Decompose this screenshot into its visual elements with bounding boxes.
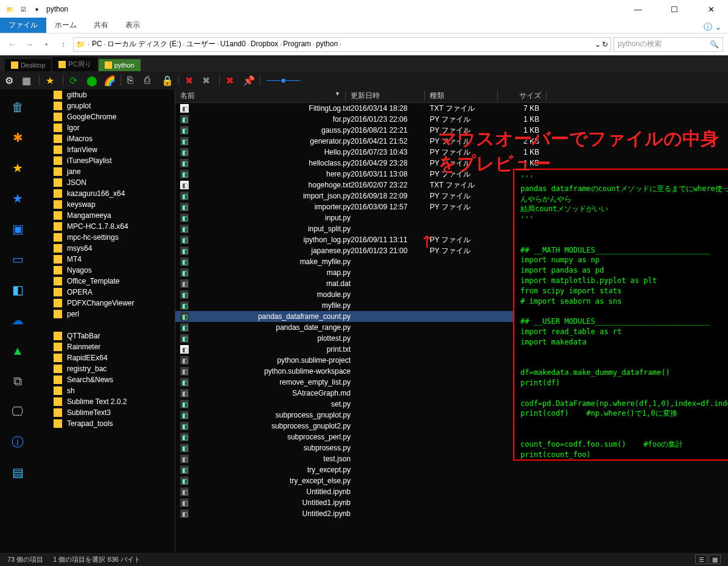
dropdown-icon[interactable]: ⌄	[595, 40, 601, 49]
nav-folder-item[interactable]: iTunesPlaylist	[35, 155, 175, 166]
nav-folder-item[interactable]: PDFXChangeViewer	[35, 298, 175, 309]
file-row[interactable]: ◧try_except.py	[175, 464, 728, 475]
view-icons-icon[interactable]: ▦	[709, 554, 721, 564]
ribbon-tab-ファイル[interactable]: ファイル	[0, 18, 46, 33]
nav-folder-item[interactable]: QTTabBar	[35, 330, 175, 341]
nav-folder-item[interactable]: kazaguru166_x64	[35, 188, 175, 199]
up-button[interactable]: ↑	[56, 37, 71, 52]
nav-folder-item[interactable]: mpc-hc-settings	[35, 232, 175, 243]
col-type[interactable]: 種類	[425, 91, 498, 101]
folder-tab[interactable]: PC周り	[52, 57, 97, 71]
sidebar-app-icon[interactable]: ⧉	[9, 372, 27, 390]
minimize-button[interactable]: —	[626, 5, 650, 14]
rainbow-icon[interactable]: 🌈	[103, 75, 114, 86]
nav-folder-item[interactable]: Sublime Text 2.0.2	[35, 396, 175, 407]
nav-folder-item[interactable]: keyswap	[35, 199, 175, 210]
breadcrumb[interactable]: 📁 › PC › ローカル ディスク (E:) › ユーザー › U1and0 …	[73, 37, 611, 52]
maximize-button[interactable]: ☐	[662, 5, 687, 14]
refresh-icon[interactable]: ↻	[602, 40, 608, 49]
nav-folder-item[interactable]: sh	[35, 385, 175, 396]
nav-folder-item[interactable]: JSON	[35, 177, 175, 188]
nav-folder-item[interactable]: SublimeText3	[35, 407, 175, 418]
nav-folder-item[interactable]	[35, 320, 175, 330]
nav-folder-item[interactable]: MT4	[35, 254, 175, 265]
sidebar-app-icon[interactable]: ▲	[9, 341, 27, 360]
sidebar-app-icon[interactable]: ⓘ	[9, 433, 27, 451]
delete-icon[interactable]: ✖	[202, 75, 213, 86]
nav-folder-item[interactable]: registry_bac	[35, 363, 175, 374]
nav-folder-item[interactable]: Office_Template	[35, 276, 175, 287]
file-row[interactable]: ◧Untitled.ipynb	[175, 486, 728, 497]
file-row[interactable]: ◧Untitled2.ipynb	[175, 508, 728, 519]
sidebar-app-icon[interactable]: 🖵	[9, 402, 27, 421]
nav-folder-item[interactable]: Search&News	[35, 374, 175, 385]
paste-icon[interactable]: ⎙	[144, 75, 155, 86]
folder-tab[interactable]: Desktop	[5, 59, 51, 71]
folder-tab[interactable]: python	[99, 59, 141, 71]
nav-folder-item[interactable]: Rainmeter	[35, 341, 175, 352]
nav-folder-item[interactable]: msys64	[35, 243, 175, 254]
nav-folder-item[interactable]: iMacros	[35, 133, 175, 144]
column-headers[interactable]: 名前▼ 更新日時 種類 サイズ	[175, 89, 728, 103]
nav-folder-item[interactable]: github	[35, 89, 175, 100]
nav-folder-item[interactable]: RapidEEx64	[35, 352, 175, 363]
breadcrumb-segment[interactable]: U1and0	[220, 40, 246, 48]
globe-icon[interactable]: ⬤	[86, 75, 97, 86]
nav-folder-item[interactable]: Mangameeya	[35, 210, 175, 221]
file-row[interactable]: ◧try_except_else.py	[175, 475, 728, 486]
qat-icon[interactable]: ☑	[18, 4, 28, 14]
nav-folder-item[interactable]: perl	[35, 309, 175, 320]
cut-icon[interactable]: ✖	[226, 75, 237, 86]
nav-folder-item[interactable]: OPERA	[35, 287, 175, 298]
ribbon-tab-表示[interactable]: 表示	[117, 18, 149, 33]
breadcrumb-segment[interactable]: Program	[283, 40, 311, 48]
search-input[interactable]: pythonの検索 🔍	[614, 37, 723, 52]
breadcrumb-segment[interactable]: PC	[92, 40, 102, 48]
delete-icon[interactable]: ✖	[185, 75, 196, 86]
view-details-icon[interactable]: ☰	[695, 554, 707, 564]
sidebar-app-icon[interactable]: 🗑	[9, 98, 27, 116]
dropdown-icon[interactable]: ▾	[39, 37, 54, 52]
nav-folder-item[interactable]: gnuplot	[35, 100, 175, 111]
col-size[interactable]: サイズ	[498, 91, 547, 101]
nav-folder-item[interactable]: GoogleChrome	[35, 111, 175, 122]
sidebar-app-icon[interactable]: ☁	[9, 311, 27, 329]
file-row[interactable]: ◧for.py2016/01/23 22:06PY ファイル1 KB	[175, 114, 728, 125]
nav-folder-item[interactable]: jane	[35, 166, 175, 177]
breadcrumb-segment[interactable]: ローカル ディスク (E:)	[107, 40, 181, 48]
ribbon-tab-ホーム[interactable]: ホーム	[46, 18, 85, 33]
qat-icon[interactable]: ▾	[32, 4, 41, 14]
nav-folder-item[interactable]: Nyagos	[35, 265, 175, 276]
nav-folder-item[interactable]: Igor	[35, 122, 175, 133]
nav-folder-item[interactable]: Terapad_tools	[35, 418, 175, 429]
gear-icon[interactable]: ⚙	[5, 75, 16, 86]
ribbon-tab-共有[interactable]: 共有	[85, 18, 117, 33]
close-button[interactable]: ✕	[699, 5, 723, 14]
refresh-icon[interactable]: ⟳	[69, 75, 80, 86]
help-icon[interactable]: ⓘ ⌄	[704, 22, 722, 33]
nav-panel[interactable]: githubgnuplotGoogleChromeIgoriMacrosIrfa…	[35, 89, 175, 552]
sidebar-app-icon[interactable]: ✱	[9, 128, 27, 147]
slider-icon[interactable]: ──●──	[267, 75, 303, 86]
panel-icon[interactable]: ▦	[22, 75, 33, 86]
nav-folder-item[interactable]: MPC-HC.1.7.8.x64	[35, 221, 175, 232]
sidebar-app-icon[interactable]: ★	[9, 159, 27, 177]
pin-icon[interactable]: 📌	[243, 75, 254, 86]
col-name[interactable]: 名前	[180, 91, 195, 101]
back-button[interactable]: ←	[5, 37, 19, 52]
sidebar-app-icon[interactable]: ▣	[9, 220, 27, 238]
breadcrumb-segment[interactable]: python	[316, 40, 338, 48]
file-row[interactable]: ◧Untitled1.ipynb	[175, 497, 728, 508]
copy-icon[interactable]: ⎘	[127, 75, 138, 86]
lock-icon[interactable]: 🔒	[161, 75, 172, 86]
file-row[interactable]: ◧FittingLog.txt2016/03/14 18:28TXT ファイル7…	[175, 103, 728, 114]
sidebar-app-icon[interactable]: ◧	[9, 281, 27, 299]
nav-folder-item[interactable]: IrfanView	[35, 144, 175, 155]
sidebar-app-icon[interactable]: ▤	[9, 463, 27, 481]
breadcrumb-segment[interactable]: ユーザー	[186, 40, 215, 48]
sidebar-app-icon[interactable]: ★	[9, 189, 27, 208]
sidebar-app-icon[interactable]: ▭	[9, 250, 27, 268]
breadcrumb-segment[interactable]: Dropbox	[251, 40, 278, 48]
col-date[interactable]: 更新日時	[346, 91, 425, 101]
star-icon[interactable]: ★	[46, 75, 57, 86]
